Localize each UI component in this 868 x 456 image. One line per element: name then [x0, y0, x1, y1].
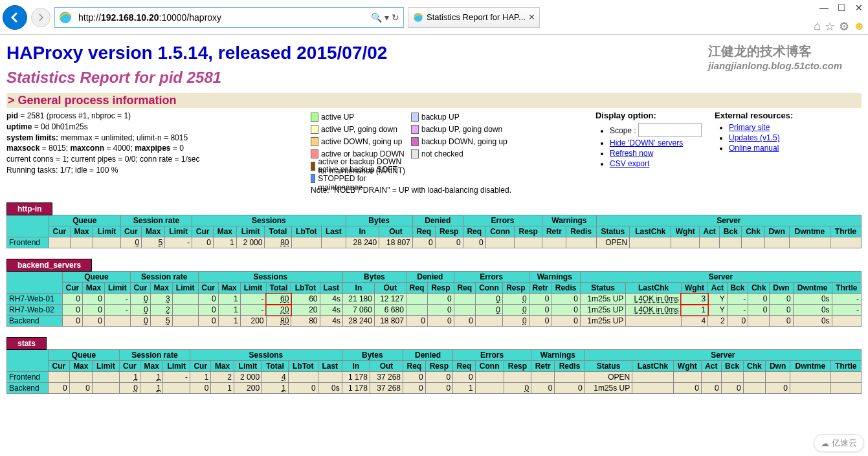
col-header: Thrtle: [830, 226, 862, 237]
col-header: Limit: [163, 361, 190, 372]
table-row: RH7-Web-0100-0301-60604s21 18012 1270000…: [7, 294, 862, 305]
col-header: In: [346, 226, 379, 237]
cell: 4s: [320, 316, 342, 327]
cell: 0: [721, 383, 743, 394]
back-button[interactable]: [3, 5, 27, 30]
home-icon[interactable]: ⌂: [814, 19, 821, 34]
cell: [454, 305, 475, 316]
cell: [701, 372, 721, 383]
manual-link[interactable]: Online manual: [729, 144, 779, 153]
cell: 28 240: [346, 237, 379, 248]
search-icon[interactable]: 🔍: [371, 12, 382, 23]
subtitle: Statistics Report for pid 2581: [6, 69, 862, 87]
window-controls: — ☐ ✕: [814, 0, 868, 16]
cell: 0: [454, 316, 475, 327]
cell: 0s: [793, 316, 832, 327]
cell: 0: [288, 383, 318, 394]
col-header: Wght: [671, 226, 700, 237]
col-group: Queue: [49, 215, 120, 226]
forward-button[interactable]: [31, 8, 50, 27]
cell: 0: [463, 237, 485, 248]
updates-link[interactable]: Updates (v1.5): [729, 133, 780, 142]
col-group: Warnings: [531, 350, 585, 361]
primary-site-link[interactable]: Primary site: [729, 123, 770, 132]
proxy-http-in[interactable]: http-in: [6, 202, 52, 215]
cell: 0: [770, 305, 793, 316]
col-group: Queue: [49, 350, 119, 361]
cell: 0: [531, 383, 555, 394]
col-group: Warnings: [542, 215, 597, 226]
close-icon[interactable]: ✕: [855, 3, 863, 13]
col-header: Dwntme: [793, 283, 832, 294]
minimize-icon[interactable]: —: [819, 3, 829, 13]
cell: 1 178: [342, 372, 370, 383]
col-header: Max: [213, 226, 236, 237]
col-header: Req: [403, 361, 425, 372]
url-text: http://192.168.10.20:10000/haproxy: [76, 12, 367, 23]
dropdown-icon[interactable]: ▾: [384, 12, 389, 23]
col-header: Req: [453, 361, 476, 372]
cell: -: [163, 372, 190, 383]
cell: [318, 372, 342, 383]
col-header: LastChk: [632, 361, 673, 372]
cell: OPEN: [584, 372, 632, 383]
cell: [93, 383, 120, 394]
scope-input[interactable]: [638, 123, 702, 137]
col-group: Session rate: [120, 215, 192, 226]
csv-link[interactable]: CSV export: [610, 159, 649, 168]
cell: 0: [770, 294, 793, 305]
refresh-icon[interactable]: ↻: [392, 12, 399, 23]
cell: 0: [428, 294, 454, 305]
col-header: Act: [700, 226, 720, 237]
cell: 0: [406, 316, 427, 327]
table-row: Backend00050120080804s28 24018 807000000…: [7, 316, 862, 327]
col-header: Status: [580, 283, 626, 294]
smile-icon[interactable]: ☻: [853, 19, 865, 34]
cell: 1m25s UP: [584, 383, 632, 394]
cell: 0: [748, 294, 770, 305]
proxy-stats[interactable]: stats: [6, 337, 47, 350]
cell: 1: [213, 237, 236, 248]
watermark: 江健龙的技术博客 jiangjianlong.blog.51cto.com: [708, 43, 842, 71]
cell: 0: [82, 316, 104, 327]
col-group: Denied: [412, 215, 463, 226]
table-row: Backend000101200100s1 17837 2680010001m2…: [7, 383, 862, 394]
settings-icon[interactable]: ⚙: [839, 19, 849, 34]
col-group: Sessions: [192, 215, 346, 226]
cell: 1: [140, 383, 162, 394]
cell: 60: [266, 294, 291, 305]
browser-tab[interactable]: Statistics Report for HAP... ✕: [408, 7, 540, 28]
proxy-backend-servers[interactable]: backend_servers: [6, 259, 92, 272]
cell: 0: [130, 294, 150, 305]
cell: 1: [211, 383, 234, 394]
col-group: Bytes: [346, 215, 412, 226]
col-group: [7, 215, 49, 237]
col-group: Errors: [454, 272, 529, 283]
cell: 0: [120, 237, 142, 248]
tab-title: Statistics Report for HAP...: [427, 12, 526, 22]
cell: 3: [681, 294, 707, 305]
tab-close-icon[interactable]: ✕: [528, 12, 535, 22]
cell: 1: [119, 372, 140, 383]
col-header: Status: [596, 226, 630, 237]
cell: L4OK in 0ms: [626, 305, 681, 316]
cell: 0: [770, 316, 793, 327]
col-header: Resp: [428, 283, 454, 294]
cell: [632, 383, 673, 394]
refresh-link[interactable]: Refresh now: [610, 149, 653, 158]
hide-down-link[interactable]: Hide 'DOWN' servers: [610, 138, 683, 147]
cell: [454, 294, 475, 305]
cell: [406, 305, 427, 316]
address-bar[interactable]: http://192.168.10.20:10000/haproxy 🔍 ▾ ↻: [54, 7, 404, 28]
browser-toolbar: http://192.168.10.20:10000/haproxy 🔍 ▾ ↻…: [0, 0, 868, 35]
cell: [542, 237, 566, 248]
cell: 6 680: [374, 305, 406, 316]
cell: 4: [262, 372, 289, 383]
col-header: Total: [262, 361, 289, 372]
col-header: Status: [584, 361, 632, 372]
col-header: Retr: [529, 283, 551, 294]
cell: [626, 316, 681, 327]
cell: OPEN: [596, 237, 630, 248]
favorites-icon[interactable]: ☆: [825, 19, 835, 34]
maximize-icon[interactable]: ☐: [838, 3, 846, 13]
